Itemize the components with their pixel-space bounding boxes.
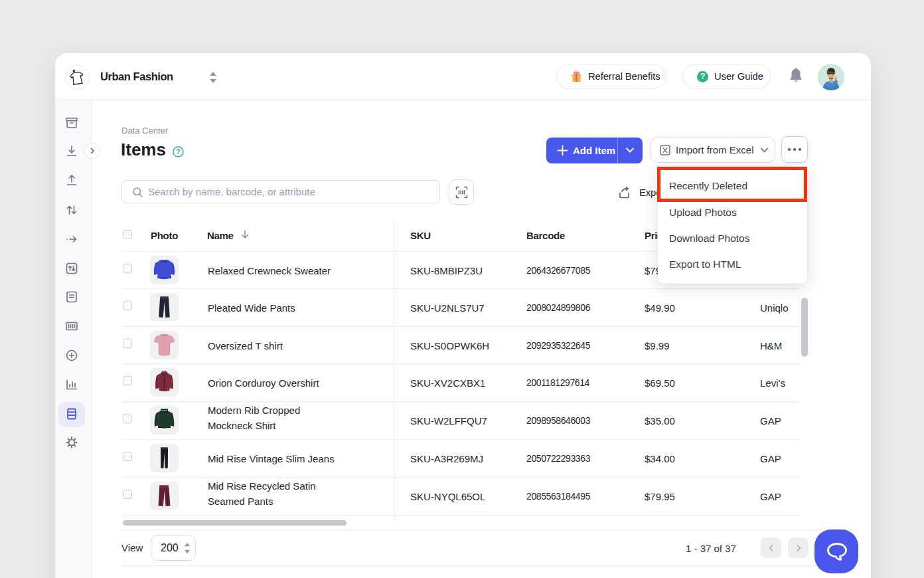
- svg-text:?: ?: [176, 147, 180, 155]
